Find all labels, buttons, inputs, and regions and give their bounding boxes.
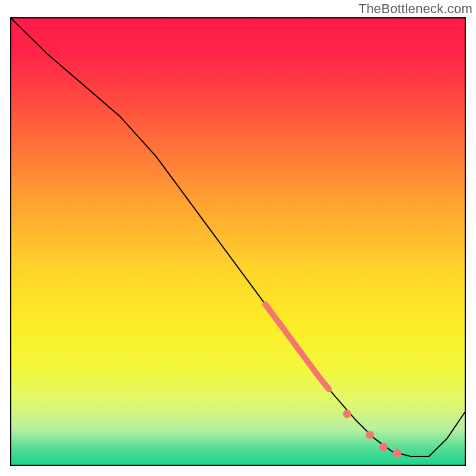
- point-highlight-points-1: [366, 431, 374, 439]
- point-highlight-points-2: [380, 443, 388, 451]
- point-highlight-points-0: [343, 410, 351, 418]
- watermark-text: TheBottleneck.com: [358, 1, 472, 17]
- point-highlight-points-3: [393, 449, 401, 458]
- chart-svg: [0, 0, 476, 476]
- plot-background: [11, 18, 465, 465]
- chart-container: TheBottleneck.com: [0, 0, 476, 476]
